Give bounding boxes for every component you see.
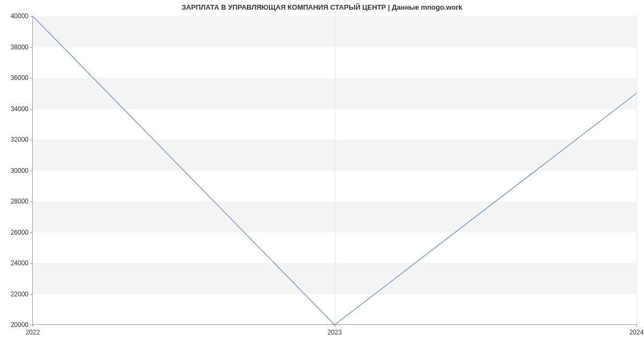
- y-tick-label: 24000: [11, 259, 33, 267]
- y-tick-label: 30000: [11, 167, 33, 174]
- y-tick-label: 28000: [11, 198, 33, 205]
- y-tick-label: 36000: [11, 74, 33, 82]
- y-tick-label: 40000: [11, 12, 33, 20]
- x-tick-mark: [636, 324, 637, 327]
- data-line: [33, 16, 636, 325]
- line-layer: [33, 16, 636, 325]
- y-tick-label: 22000: [11, 290, 33, 298]
- y-tick-label: 38000: [11, 43, 33, 51]
- y-tick-label: 32000: [11, 136, 33, 143]
- y-tick-label: 26000: [11, 229, 33, 236]
- chart-title: ЗАРПЛАТА В УПРАВЛЯЮЩАЯ КОМПАНИЯ СТАРЫЙ Ц…: [0, 3, 644, 11]
- x-grid-line: [636, 16, 637, 324]
- y-tick-label: 34000: [11, 105, 33, 113]
- chart-container: ЗАРПЛАТА В УПРАВЛЯЮЩАЯ КОМПАНИЯ СТАРЫЙ Ц…: [0, 0, 644, 349]
- plot-area: 2000022000240002600028000300003200034000…: [32, 16, 636, 325]
